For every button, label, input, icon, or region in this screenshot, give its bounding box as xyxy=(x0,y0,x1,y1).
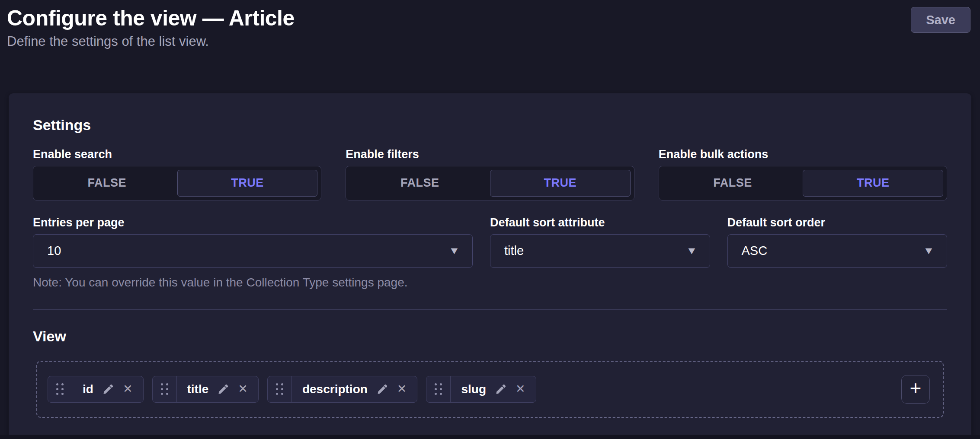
chip-label: slug xyxy=(461,382,486,396)
page-title: Configure the view — Article xyxy=(7,6,295,31)
chip-body: slug ✕ xyxy=(451,376,535,402)
drag-handle[interactable] xyxy=(153,376,177,402)
enable-bulk-actions-false-option[interactable]: FALSE xyxy=(663,170,803,197)
chip-body: title ✕ xyxy=(177,376,258,402)
enable-bulk-actions-toggle[interactable]: FALSE TRUE xyxy=(659,166,947,200)
chevron-down-icon: ▼ xyxy=(923,246,935,256)
field-default-sort-order: Default sort order ASC ▼ xyxy=(727,215,948,268)
field-enable-search: Enable search FALSE TRUE xyxy=(33,147,321,200)
chevron-down-icon: ▼ xyxy=(449,246,460,256)
field-chip-description[interactable]: description ✕ xyxy=(267,376,418,403)
page-subtitle: Define the settings of the list view. xyxy=(7,34,295,49)
pencil-icon xyxy=(495,383,507,395)
page-header: Configure the view — Article Define the … xyxy=(0,0,980,49)
field-chip-title[interactable]: title ✕ xyxy=(152,376,259,403)
settings-card: Settings Enable search FALSE TRUE Enable… xyxy=(9,93,971,439)
selected-value: 10 xyxy=(47,244,61,258)
close-icon: ✕ xyxy=(516,383,525,395)
enable-search-toggle[interactable]: FALSE TRUE xyxy=(33,166,321,200)
section-divider xyxy=(33,309,947,310)
pencil-icon xyxy=(217,383,229,395)
drag-handle-icon xyxy=(435,383,437,385)
settings-heading: Settings xyxy=(33,116,947,134)
edit-field-button[interactable] xyxy=(376,383,388,395)
close-icon: ✕ xyxy=(397,383,407,395)
remove-field-button[interactable]: ✕ xyxy=(123,383,133,395)
chip-body: id ✕ xyxy=(72,376,143,402)
close-icon: ✕ xyxy=(123,383,133,395)
default-sort-attribute-select[interactable]: title ▼ xyxy=(490,234,710,268)
drag-handle[interactable] xyxy=(48,376,72,402)
enable-search-true-option[interactable]: TRUE xyxy=(177,170,318,197)
chip-body: description ✕ xyxy=(292,376,417,402)
enable-filters-false-option[interactable]: FALSE xyxy=(349,170,490,197)
chip-label: description xyxy=(302,382,368,396)
field-label: Entries per page xyxy=(33,215,473,230)
displayed-fields-dropzone: id ✕ title xyxy=(36,361,944,418)
field-label: Enable bulk actions xyxy=(659,147,947,162)
drag-handle-icon xyxy=(276,383,278,385)
chip-label: id xyxy=(83,382,93,396)
enable-search-false-option[interactable]: FALSE xyxy=(37,170,177,197)
edit-field-button[interactable] xyxy=(217,383,229,395)
field-chip-list: id ✕ title xyxy=(48,376,536,403)
selected-value: title xyxy=(504,244,524,258)
configure-view-page: Configure the view — Article Define the … xyxy=(0,0,980,439)
entries-per-page-select[interactable]: 10 ▼ xyxy=(33,234,473,268)
drag-handle[interactable] xyxy=(268,376,292,402)
remove-field-button[interactable]: ✕ xyxy=(397,383,407,395)
drag-handle-icon xyxy=(56,383,58,385)
enable-filters-toggle[interactable]: FALSE TRUE xyxy=(346,166,634,200)
plus-icon: + xyxy=(910,378,922,398)
field-chip-id[interactable]: id ✕ xyxy=(48,376,144,403)
selected-value: ASC xyxy=(742,244,768,258)
select-row: Entries per page 10 ▼ Default sort attri… xyxy=(33,215,947,268)
edit-field-button[interactable] xyxy=(495,383,507,395)
add-field-button[interactable]: + xyxy=(901,375,930,404)
remove-field-button[interactable]: ✕ xyxy=(238,383,248,395)
page-header-text: Configure the view — Article Define the … xyxy=(7,6,295,49)
field-default-sort-attribute: Default sort attribute title ▼ xyxy=(490,215,710,268)
field-entries-per-page: Entries per page 10 ▼ xyxy=(33,215,473,268)
edit-field-button[interactable] xyxy=(102,383,114,395)
enable-filters-true-option[interactable]: TRUE xyxy=(490,170,631,197)
field-enable-bulk-actions: Enable bulk actions FALSE TRUE xyxy=(659,147,947,200)
save-button[interactable]: Save xyxy=(911,7,970,33)
drag-handle[interactable] xyxy=(426,376,451,402)
chip-label: title xyxy=(187,382,209,396)
drag-handle-icon xyxy=(161,383,163,385)
bottom-edge xyxy=(0,435,980,439)
field-label: Default sort attribute xyxy=(490,215,710,230)
close-icon: ✕ xyxy=(238,383,248,395)
field-label: Enable search xyxy=(33,147,321,162)
field-label: Default sort order xyxy=(727,215,948,230)
toggle-row: Enable search FALSE TRUE Enable filters … xyxy=(33,147,947,200)
view-heading: View xyxy=(33,327,947,345)
entries-per-page-note: Note: You can override this value in the… xyxy=(33,276,947,289)
field-chip-slug[interactable]: slug ✕ xyxy=(426,376,536,403)
pencil-icon xyxy=(102,383,114,395)
chevron-down-icon: ▼ xyxy=(686,246,697,256)
enable-bulk-actions-true-option[interactable]: TRUE xyxy=(803,170,943,197)
field-label: Enable filters xyxy=(346,147,634,162)
field-enable-filters: Enable filters FALSE TRUE xyxy=(346,147,634,200)
default-sort-order-select[interactable]: ASC ▼ xyxy=(727,234,948,268)
remove-field-button[interactable]: ✕ xyxy=(516,383,525,395)
pencil-icon xyxy=(376,383,388,395)
